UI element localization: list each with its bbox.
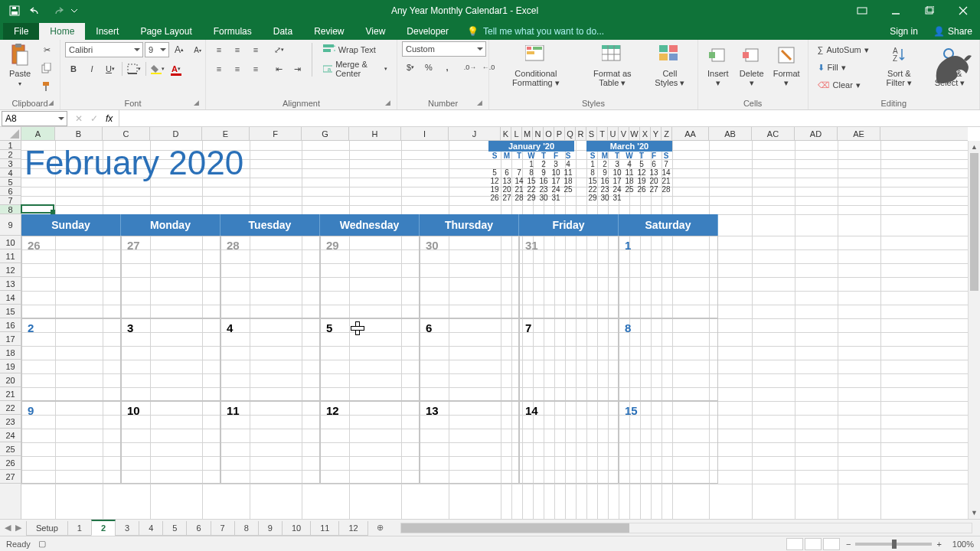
sheet-nav-prev-icon[interactable]: ◀: [5, 523, 11, 533]
col-header-T[interactable]: T: [597, 127, 608, 140]
col-header-Y[interactable]: Y: [651, 127, 662, 140]
sheet-tab-5[interactable]: 5: [162, 521, 187, 536]
row-header-19[interactable]: 19: [0, 360, 21, 373]
percent-format-icon[interactable]: %: [420, 59, 437, 76]
row-header-8[interactable]: 8: [0, 205, 21, 214]
paste-button[interactable]: Paste▾: [5, 41, 35, 90]
col-header-F[interactable]: F: [250, 127, 302, 140]
row-header-14[interactable]: 14: [0, 291, 21, 305]
row-header-23[interactable]: 23: [0, 415, 21, 429]
sheet-tab-setup[interactable]: Setup: [26, 521, 68, 536]
number-format-combo[interactable]: Custom: [402, 41, 486, 57]
row-header-3[interactable]: 3: [0, 159, 21, 168]
col-header-X[interactable]: X: [640, 127, 651, 140]
clear-button[interactable]: ⌫Clear ▾: [813, 77, 874, 93]
name-box[interactable]: A8: [2, 111, 67, 126]
minimize-icon[interactable]: [879, 0, 913, 21]
tab-file[interactable]: File: [3, 23, 39, 40]
sheet-tab-3[interactable]: 3: [115, 521, 139, 536]
new-sheet-icon[interactable]: ⊕: [368, 520, 393, 535]
sheet-tab-1[interactable]: 1: [67, 521, 92, 536]
row-header-13[interactable]: 13: [0, 277, 21, 291]
col-header-AD[interactable]: AD: [795, 127, 838, 140]
merge-center-button[interactable]: aMerge & Center ▾: [318, 60, 392, 77]
ribbon-display-icon[interactable]: [845, 0, 879, 21]
sheet-tab-10[interactable]: 10: [282, 521, 311, 536]
col-header-A[interactable]: A: [21, 127, 55, 140]
row-header-16[interactable]: 16: [0, 318, 21, 332]
align-center-icon[interactable]: ≡: [229, 60, 246, 77]
copy-icon[interactable]: [38, 60, 55, 77]
col-header-M[interactable]: M: [522, 127, 533, 140]
autosum-button[interactable]: ∑AutoSum ▾: [813, 41, 874, 58]
enter-formula-icon[interactable]: ✓: [87, 113, 101, 124]
format-cells-button[interactable]: Format▾: [770, 41, 803, 89]
number-dialog-icon[interactable]: ◢: [475, 99, 484, 108]
tab-formulas[interactable]: Formulas: [203, 23, 263, 40]
zoom-in-icon[interactable]: +: [936, 540, 941, 549]
fx-icon[interactable]: fx: [103, 113, 116, 124]
font-name-combo[interactable]: Calibri: [65, 42, 143, 57]
row-header-24[interactable]: 24: [0, 429, 21, 442]
col-header-N[interactable]: N: [533, 127, 544, 140]
row-header-7[interactable]: 7: [0, 196, 21, 205]
increase-decimal-icon[interactable]: .0→: [462, 59, 479, 76]
align-middle-icon[interactable]: ≡: [229, 41, 246, 58]
row-header-27[interactable]: 27: [0, 470, 21, 484]
underline-icon[interactable]: U▾: [102, 60, 119, 77]
format-as-table-button[interactable]: Format as Table ▾: [581, 41, 644, 89]
sheet-nav-next-icon[interactable]: ▶: [15, 523, 21, 533]
qat-customize-icon[interactable]: [69, 2, 80, 20]
col-header-AA[interactable]: AA: [672, 127, 709, 140]
tab-page-layout[interactable]: Page Layout: [129, 23, 202, 40]
cancel-formula-icon[interactable]: ✕: [72, 113, 86, 124]
row-header-12[interactable]: 12: [0, 263, 21, 277]
col-header-K[interactable]: K: [501, 127, 511, 140]
tab-data[interactable]: Data: [263, 23, 303, 40]
tab-home[interactable]: Home: [39, 23, 85, 40]
scroll-down-icon[interactable]: ▼: [969, 507, 980, 519]
row-header-2[interactable]: 2: [0, 150, 21, 159]
tab-review[interactable]: Review: [303, 23, 354, 40]
row-header-10[interactable]: 10: [0, 236, 21, 249]
sheet-tab-11[interactable]: 11: [310, 521, 339, 536]
row-header-25[interactable]: 25: [0, 442, 21, 456]
sheet-tab-9[interactable]: 9: [258, 521, 283, 536]
page-layout-view-icon[interactable]: [805, 538, 822, 550]
align-top-icon[interactable]: ≡: [211, 41, 227, 58]
share-button[interactable]: 👤Share: [926, 23, 980, 40]
font-size-combo[interactable]: 9: [145, 42, 169, 57]
sheet-tab-7[interactable]: 7: [211, 521, 235, 536]
row-header-9[interactable]: 9: [0, 214, 21, 236]
col-header-AE[interactable]: AE: [838, 127, 880, 140]
normal-view-icon[interactable]: [786, 538, 803, 550]
row-header-21[interactable]: 21: [0, 387, 21, 401]
orientation-icon[interactable]: ⤢▾: [270, 41, 287, 58]
col-header-S[interactable]: S: [586, 127, 597, 140]
col-header-E[interactable]: E: [202, 127, 250, 140]
italic-icon[interactable]: I: [83, 60, 100, 77]
col-header-D[interactable]: D: [150, 127, 202, 140]
insert-cells-button[interactable]: Insert▾: [703, 41, 733, 89]
col-header-Z[interactable]: Z: [662, 127, 672, 140]
zoom-level[interactable]: 100%: [952, 540, 974, 549]
align-right-icon[interactable]: ≡: [247, 60, 264, 77]
sheet-tab-4[interactable]: 4: [139, 521, 163, 536]
format-painter-icon[interactable]: [38, 78, 55, 95]
col-header-B[interactable]: B: [55, 127, 103, 140]
zoom-out-icon[interactable]: −: [846, 540, 851, 549]
horizontal-scrollbar[interactable]: [400, 523, 972, 533]
row-header-11[interactable]: 11: [0, 249, 21, 263]
fill-button[interactable]: ⬇Fill ▾: [813, 59, 874, 76]
bold-icon[interactable]: B: [65, 60, 82, 77]
sort-filter-button[interactable]: AZSort & Filter ▾: [877, 41, 922, 89]
cells-area[interactable]: February 2020SundayMondayTuesdayWednesda…: [21, 141, 968, 519]
row-header-4[interactable]: 4: [0, 168, 21, 178]
col-header-I[interactable]: I: [401, 127, 449, 140]
col-header-W[interactable]: W: [629, 127, 640, 140]
col-header-Q[interactable]: Q: [565, 127, 576, 140]
row-header-20[interactable]: 20: [0, 373, 21, 387]
col-header-AB[interactable]: AB: [709, 127, 752, 140]
col-header-G[interactable]: G: [302, 127, 349, 140]
row-header-1[interactable]: 1: [0, 141, 21, 150]
